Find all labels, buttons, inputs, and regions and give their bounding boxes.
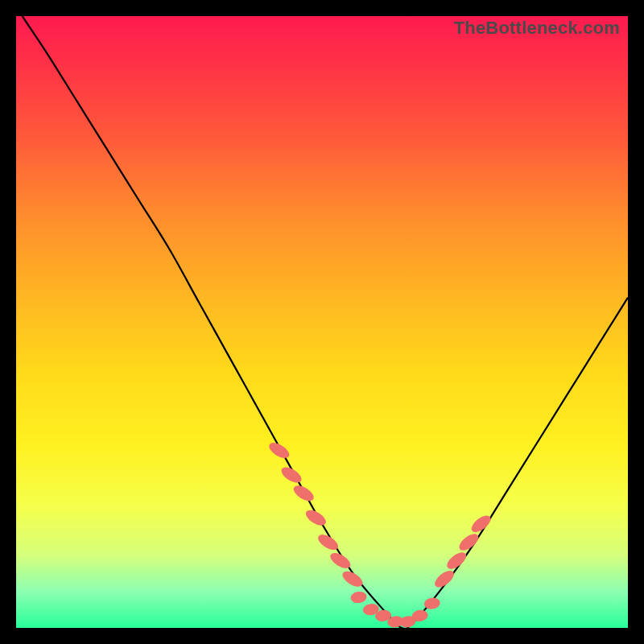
highlight-marker	[266, 440, 291, 461]
highlight-marker	[303, 507, 328, 529]
curve-svg	[16, 16, 628, 628]
highlight-left-group	[266, 440, 365, 589]
highlight-bottom-group	[350, 591, 441, 628]
plot-area: TheBottleneck.com	[16, 16, 628, 628]
highlight-marker	[350, 591, 368, 605]
chart-frame: TheBottleneck.com	[0, 0, 644, 644]
highlight-marker	[432, 568, 457, 590]
highlight-right-group	[432, 513, 493, 591]
highlight-marker	[291, 482, 316, 504]
